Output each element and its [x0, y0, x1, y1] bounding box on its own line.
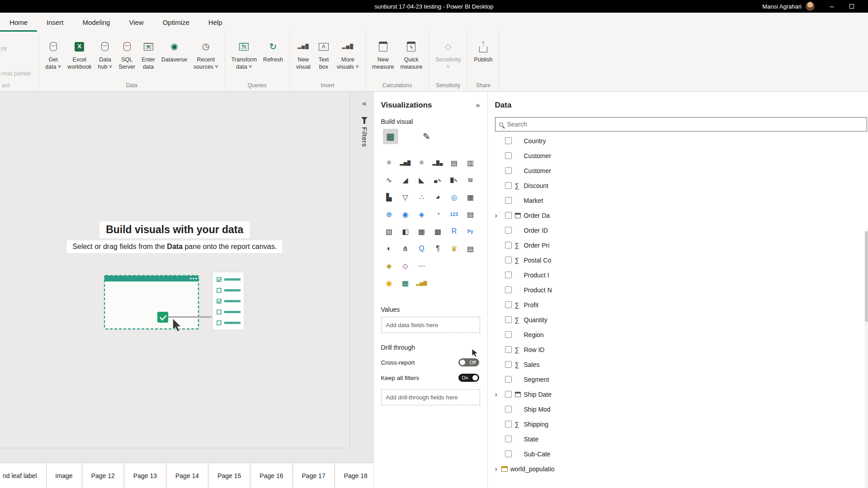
- page-tab-page-15[interactable]: Page 15: [208, 463, 250, 488]
- field-checkbox[interactable]: [505, 436, 512, 442]
- field-discount[interactable]: ∑Discount: [495, 178, 868, 193]
- field-checkbox[interactable]: [505, 406, 512, 413]
- page-tab-page-13[interactable]: Page 13: [124, 463, 166, 488]
- copy-button-partial[interactable]: py: [1, 45, 7, 52]
- field-checkbox[interactable]: [505, 242, 512, 249]
- metrics-icon[interactable]: ♛: [446, 240, 462, 257]
- field-checkbox[interactable]: [505, 197, 512, 204]
- field-order-id[interactable]: Order ID: [495, 223, 868, 238]
- field-checkbox[interactable]: [505, 182, 512, 189]
- field-world-populatio[interactable]: ›world_populatio: [495, 461, 868, 476]
- qa-visual-icon[interactable]: Q: [414, 240, 430, 257]
- page-tab-nd-leaf-label[interactable]: nd leaf label: [0, 463, 47, 488]
- custom-visual-sunburst-icon[interactable]: ◉: [381, 274, 397, 291]
- field-checkbox[interactable]: [505, 212, 512, 219]
- page-tab-page-17[interactable]: Page 17: [293, 463, 335, 488]
- more-visuals-ellipsis-icon[interactable]: ⋯: [414, 257, 430, 274]
- enter-data-button[interactable]: +Enter data: [140, 35, 157, 72]
- treemap-icon[interactable]: ▦: [462, 188, 479, 206]
- field-country[interactable]: Country: [495, 133, 868, 148]
- menu-tab-view[interactable]: View: [119, 13, 153, 32]
- stacked-column-chart-icon[interactable]: ▂▅█: [397, 154, 414, 171]
- recent-sources-button[interactable]: ◷Recent sources ˅: [192, 35, 220, 72]
- field-checkbox[interactable]: [505, 450, 512, 457]
- page-tab-page-16[interactable]: Page 16: [250, 463, 292, 488]
- cross-report-toggle[interactable]: Off: [458, 358, 479, 366]
- stacked-bar-chart-icon[interactable]: ≡: [381, 154, 397, 171]
- card-icon[interactable]: 123: [446, 206, 462, 223]
- minimize-button[interactable]: ─: [822, 0, 842, 13]
- ribbon-chart-icon[interactable]: ≋: [462, 171, 479, 188]
- field-checkbox[interactable]: [505, 167, 512, 174]
- field-sub-cate[interactable]: Sub-Cate: [495, 446, 868, 461]
- filters-pane-label[interactable]: Filters: [361, 127, 368, 147]
- shape-map-icon[interactable]: ◈: [414, 206, 430, 223]
- page-tab-page-14[interactable]: Page 14: [166, 463, 208, 488]
- field-sales[interactable]: ∑Sales: [495, 357, 868, 372]
- scatter-chart-icon[interactable]: ∴: [414, 188, 430, 206]
- field-checkbox[interactable]: [505, 286, 512, 293]
- r-script-visual-icon[interactable]: R: [446, 223, 462, 240]
- data-pane-scrollbar[interactable]: [865, 230, 868, 488]
- build-visual-mode-icon[interactable]: ▦: [383, 129, 398, 144]
- new-measure-button[interactable]: New measure: [370, 35, 396, 72]
- expand-filters-icon[interactable]: «: [362, 99, 366, 108]
- power-apps-visual-icon[interactable]: ◇: [397, 257, 414, 274]
- text-box-button[interactable]: AText box: [315, 35, 332, 72]
- add-drill-through-dropzone[interactable]: Add drill-through fields here: [381, 389, 480, 405]
- field-shipping[interactable]: ∑Shipping: [495, 417, 868, 432]
- dataverse-button[interactable]: ◉Dataverse: [160, 35, 189, 65]
- menu-tab-optimize[interactable]: Optimize: [153, 13, 199, 32]
- field-profit[interactable]: ∑Profit: [495, 297, 868, 312]
- scrollbar-thumb[interactable]: [865, 231, 868, 322]
- transform-data-button[interactable]: ✎Transform data ˅: [230, 35, 259, 72]
- field-order-pri[interactable]: ∑Order Pri: [495, 238, 868, 253]
- custom-visual-chart-icon[interactable]: ▂▅▇: [414, 274, 430, 291]
- smart-narrative-icon[interactable]: ¶: [430, 240, 446, 257]
- menu-tab-modeling[interactable]: Modeling: [73, 13, 120, 32]
- publish-button[interactable]: Publish: [472, 35, 494, 65]
- format-visual-mode-icon[interactable]: ✎: [419, 129, 434, 144]
- field-product-i[interactable]: Product I: [495, 267, 868, 282]
- field-checkbox[interactable]: [505, 331, 512, 338]
- page-tab-page-12[interactable]: Page 12: [82, 463, 124, 488]
- field-checkbox[interactable]: [505, 227, 512, 234]
- map-icon[interactable]: ⊕: [381, 206, 397, 223]
- field-checkbox[interactable]: [505, 421, 512, 427]
- menu-tab-help[interactable]: Help: [199, 13, 232, 32]
- menu-tab-insert[interactable]: Insert: [37, 13, 73, 32]
- new-visual-button[interactable]: ▂▅█New visual: [294, 35, 312, 72]
- format-painter-button-partial[interactable]: rmat painter: [1, 70, 31, 77]
- donut-chart-icon[interactable]: ◎: [446, 188, 462, 206]
- field-ship-date[interactable]: ›Ship Date: [495, 387, 868, 402]
- decomposition-tree-icon[interactable]: ⋔: [397, 240, 414, 257]
- waterfall-chart-icon[interactable]: ▙: [381, 188, 397, 206]
- pie-chart-icon[interactable]: ◕: [430, 188, 446, 206]
- stacked-area-chart-icon[interactable]: ◣: [414, 171, 430, 188]
- line-and-stacked-column-chart-icon[interactable]: ▄∿: [430, 171, 446, 188]
- keep-all-filters-toggle[interactable]: On: [458, 374, 479, 382]
- multi-row-card-icon[interactable]: ▤: [462, 206, 479, 223]
- field-product-n[interactable]: Product N: [495, 282, 868, 297]
- field-segment[interactable]: Segment: [495, 372, 868, 387]
- clustered-bar-chart-icon[interactable]: ≡: [414, 154, 430, 171]
- field-quantity[interactable]: ∑Quantity: [495, 312, 868, 327]
- sql-server-button[interactable]: SQL Server: [117, 35, 137, 72]
- line-and-clustered-column-chart-icon[interactable]: █∿: [446, 171, 462, 188]
- expand-chevron-icon[interactable]: ›: [495, 390, 505, 399]
- slicer-icon[interactable]: ◧: [397, 223, 414, 240]
- quick-measure-button[interactable]: ϟQuick measure: [398, 35, 424, 72]
- field-checkbox[interactable]: [505, 316, 512, 323]
- field-checkbox[interactable]: [505, 257, 512, 263]
- field-ship-mod[interactable]: Ship Mod: [495, 402, 868, 417]
- arcgis-map-icon[interactable]: ◈: [381, 257, 397, 274]
- search-input[interactable]: [507, 121, 863, 128]
- field-customer[interactable]: Customer: [495, 148, 868, 163]
- kpi-icon[interactable]: ▧: [381, 223, 397, 240]
- maximize-button[interactable]: [842, 0, 862, 13]
- field-region[interactable]: Region: [495, 327, 868, 342]
- key-influencers-icon[interactable]: ◐: [381, 240, 397, 257]
- field-checkbox[interactable]: [505, 152, 512, 159]
- field-state[interactable]: State: [495, 432, 868, 446]
- field-order-da[interactable]: ›Order Da: [495, 208, 868, 223]
